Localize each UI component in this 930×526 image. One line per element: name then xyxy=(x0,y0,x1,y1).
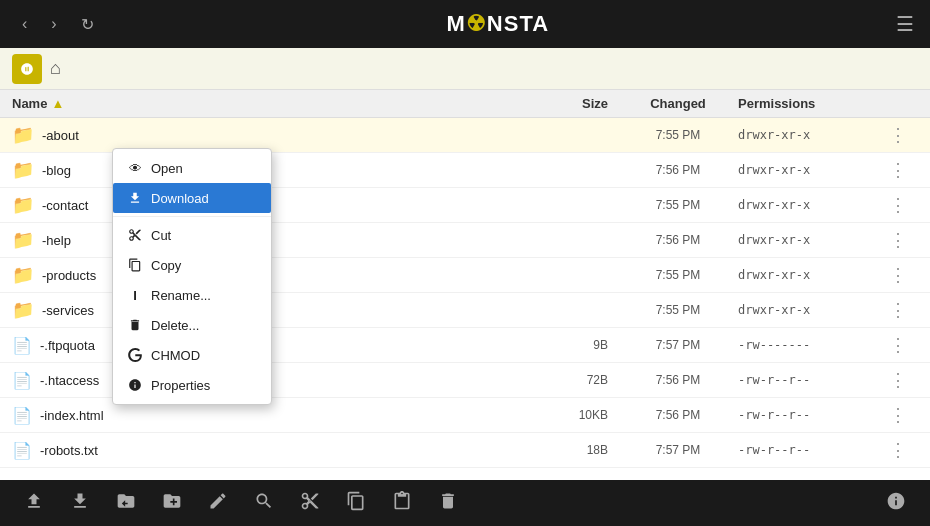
folder-icon: 📁 xyxy=(12,229,34,251)
file-icon: 📄 xyxy=(12,336,32,355)
file-permissions: -rw------- xyxy=(738,338,878,352)
hamburger-menu-button[interactable]: ☰ xyxy=(896,12,914,36)
copy-button[interactable] xyxy=(338,485,374,521)
history-button[interactable] xyxy=(12,54,42,84)
file-permissions: drwxr-xr-x xyxy=(738,233,878,247)
cut-button[interactable] xyxy=(292,485,328,521)
file-changed: 7:56 PM xyxy=(618,233,738,247)
ctx-label-cut: Cut xyxy=(151,228,171,243)
file-name: 📄 -.htaccess xyxy=(12,371,538,390)
refresh-button[interactable]: ↻ xyxy=(75,11,100,38)
row-menu-button[interactable]: ⋮ xyxy=(878,369,918,391)
bottom-tools-left xyxy=(16,485,466,521)
file-permissions: drwxr-xr-x xyxy=(738,198,878,212)
txt-file-icon: 📄 xyxy=(12,441,32,460)
folder-icon: 📁 xyxy=(12,264,34,286)
rename-icon: I xyxy=(133,288,137,303)
ctx-label-chmod: CHMOD xyxy=(151,348,200,363)
context-menu-item-download[interactable]: Download xyxy=(113,183,271,213)
file-changed: 7:55 PM xyxy=(618,198,738,212)
context-menu-separator xyxy=(113,216,271,217)
row-menu-button[interactable]: ⋮ xyxy=(878,439,918,461)
file-name: 📁 -about xyxy=(12,124,538,146)
folder-icon: 📁 xyxy=(12,194,34,216)
file-permissions: -rw-r--r-- xyxy=(738,443,878,457)
header-name[interactable]: Name ▲ xyxy=(12,96,538,111)
bottom-tools-right xyxy=(878,485,914,521)
sort-indicator: ▲ xyxy=(51,96,64,111)
file-name: 📁 -services xyxy=(12,299,538,321)
properties-icon xyxy=(128,378,142,392)
file-permissions: drwxr-xr-x xyxy=(738,268,878,282)
table-row[interactable]: 📄 -robots.txt 18B 7:57 PM -rw-r--r-- ⋮ xyxy=(0,433,930,468)
header-size[interactable]: Size xyxy=(538,96,618,111)
file-name: 📁 -help xyxy=(12,229,538,251)
ctx-icon-download xyxy=(127,190,143,206)
file-size: 9B xyxy=(538,338,618,352)
file-name: 📁 -contact xyxy=(12,194,538,216)
context-menu-item-copy[interactable]: Copy xyxy=(113,250,271,280)
bottom-toolbar xyxy=(0,480,930,526)
context-menu-item-cut[interactable]: Cut xyxy=(113,220,271,250)
context-menu-item-open[interactable]: 👁 Open xyxy=(113,153,271,183)
row-menu-button[interactable]: ⋮ xyxy=(878,124,918,146)
row-menu-button[interactable]: ⋮ xyxy=(878,159,918,181)
context-menu-item-delete[interactable]: Delete... xyxy=(113,310,271,340)
download-button[interactable] xyxy=(62,485,98,521)
ctx-label-download: Download xyxy=(151,191,209,206)
cut-icon xyxy=(128,228,142,242)
paste-button[interactable] xyxy=(384,485,420,521)
file-changed: 7:57 PM xyxy=(618,338,738,352)
context-menu-item-chmod[interactable]: CHMOD xyxy=(113,340,271,370)
forward-button[interactable]: › xyxy=(45,11,62,37)
file-permissions: drwxr-xr-x xyxy=(738,128,878,142)
edit-button[interactable] xyxy=(200,485,236,521)
ctx-icon-cut xyxy=(127,227,143,243)
file-changed: 7:55 PM xyxy=(618,268,738,282)
ctx-label-open: Open xyxy=(151,161,183,176)
delete-icon xyxy=(128,318,142,332)
file-permissions: drwxr-xr-x xyxy=(738,303,878,317)
upload-file-button[interactable] xyxy=(16,485,52,521)
delete-button[interactable] xyxy=(430,485,466,521)
file-name: 📁 -blog xyxy=(12,159,538,181)
file-size: 10KB xyxy=(538,408,618,422)
row-menu-button[interactable]: ⋮ xyxy=(878,229,918,251)
file-name: 📄 -index.html xyxy=(12,406,538,425)
search-button[interactable] xyxy=(246,485,282,521)
path-bar: ⌂ xyxy=(0,48,930,90)
back-button[interactable]: ‹ xyxy=(16,11,33,37)
app-logo: M☢NSTA xyxy=(447,11,550,37)
context-menu-item-rename[interactable]: I Rename... xyxy=(113,280,271,310)
file-name: 📄 -.ftpquota xyxy=(12,336,538,355)
ctx-icon-open: 👁 xyxy=(127,160,143,176)
context-menu-item-properties[interactable]: Properties xyxy=(113,370,271,400)
logo-eye: ☢ xyxy=(466,11,487,36)
file-name-text: -contact xyxy=(42,198,88,213)
ctx-icon-chmod xyxy=(127,347,143,363)
file-changed: 7:57 PM xyxy=(618,443,738,457)
info-button[interactable] xyxy=(878,485,914,521)
row-menu-button[interactable]: ⋮ xyxy=(878,194,918,216)
home-button[interactable]: ⌂ xyxy=(50,58,61,79)
header-changed[interactable]: Changed xyxy=(618,96,738,111)
add-folder-button[interactable] xyxy=(154,485,190,521)
file-changed: 7:56 PM xyxy=(618,408,738,422)
row-menu-button[interactable]: ⋮ xyxy=(878,264,918,286)
folder-icon: 📁 xyxy=(12,124,34,146)
file-changed: 7:56 PM xyxy=(618,163,738,177)
upload-folder-button[interactable] xyxy=(108,485,144,521)
ctx-label-copy: Copy xyxy=(151,258,181,273)
file-name-text: -services xyxy=(42,303,94,318)
row-menu-button[interactable]: ⋮ xyxy=(878,404,918,426)
ctx-icon-properties xyxy=(127,377,143,393)
row-menu-button[interactable]: ⋮ xyxy=(878,299,918,321)
file-permissions: drwxr-xr-x xyxy=(738,163,878,177)
ctx-icon-rename: I xyxy=(127,287,143,303)
row-menu-button[interactable]: ⋮ xyxy=(878,334,918,356)
header-permissions[interactable]: Permissions xyxy=(738,96,878,111)
ctx-icon-copy xyxy=(127,257,143,273)
header-actions xyxy=(878,96,918,111)
folder-icon: 📁 xyxy=(12,159,34,181)
open-icon: 👁 xyxy=(129,161,142,176)
